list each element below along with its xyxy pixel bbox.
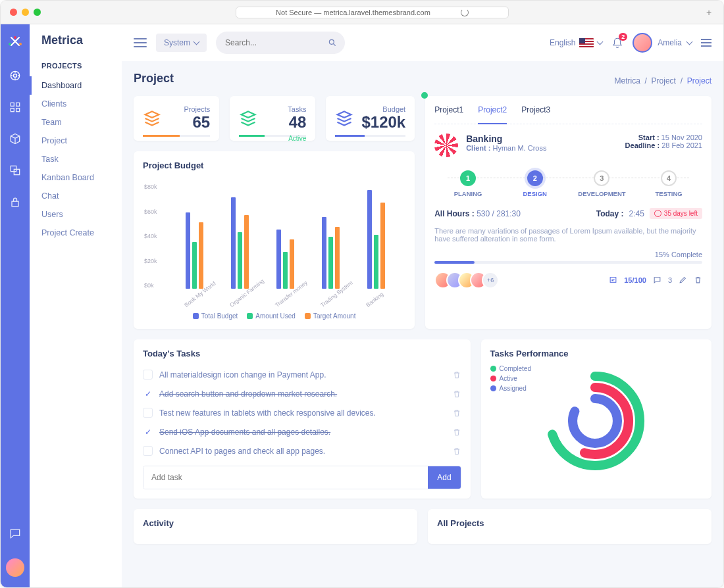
task-row[interactable]: Connect API to pages and check all app p…: [143, 441, 461, 460]
flag-icon: [579, 38, 594, 47]
svg-point-0: [14, 36, 16, 39]
sidebar-item-task[interactable]: Task: [30, 150, 122, 168]
card-title: Project Budget: [143, 160, 405, 170]
sidebar-item-team[interactable]: Team: [30, 113, 122, 132]
tab-project3[interactable]: Project3: [521, 105, 550, 118]
layers-icon: [335, 109, 353, 128]
add-task-input[interactable]: [143, 466, 428, 489]
svg-point-4: [14, 74, 17, 78]
project-detail-card: Project1Project2Project3 Banking Client …: [425, 96, 711, 329]
search-icon[interactable]: [324, 34, 341, 51]
svg-rect-6: [16, 103, 20, 106]
project-tabs: Project1Project2Project3: [434, 105, 702, 124]
step-planing: 1PLANING: [434, 170, 502, 197]
task-row[interactable]: ✓Send iOS App documents and all pages de…: [143, 422, 461, 441]
url-bar[interactable]: Not Secure — metrica.laravel.themesbrand…: [236, 7, 509, 18]
sidebar: Metrica PROJECTS DashboardClientsTeamPro…: [30, 24, 122, 587]
budget-chart: $0k$20k$40k$60k$80kBook My WorldOrganic …: [143, 177, 405, 308]
notifications-button[interactable]: 2: [611, 37, 623, 49]
hamburger-icon[interactable]: [134, 38, 147, 47]
breadcrumb: Metrica / Project / Project: [615, 76, 711, 86]
trash-icon[interactable]: [452, 447, 461, 456]
budget-card: Project Budget $0k$20k$40k$60k$80kBook M…: [134, 151, 415, 329]
svg-rect-10: [14, 169, 19, 174]
tasks-performance-card: Tasks Performance CompletedActiveAssigne…: [481, 339, 711, 499]
topbar: System English 2 Amelia: [122, 24, 723, 61]
layers-icon: [143, 109, 161, 128]
project-name: Banking: [466, 134, 546, 144]
activity-card: Activity: [134, 509, 417, 544]
svg-rect-7: [11, 109, 14, 112]
stat-card-projects: Projects65: [134, 96, 219, 141]
sidebar-item-kanban-board[interactable]: Kanban Board: [30, 168, 122, 187]
notification-badge: 2: [619, 33, 627, 41]
task-row[interactable]: All materialdesign icon change in Paymen…: [143, 365, 461, 384]
tab-project2[interactable]: Project2: [478, 105, 507, 124]
search-input[interactable]: [225, 38, 324, 47]
task-row[interactable]: ✓Add search button and dropdown market r…: [143, 384, 461, 403]
svg-point-12: [329, 39, 334, 44]
sidebar-item-clients[interactable]: Clients: [30, 95, 122, 113]
task-row[interactable]: Test new features in tablets with check …: [143, 403, 461, 422]
status-indicator: [421, 92, 428, 99]
project-description: There are many variations of passages of…: [434, 227, 702, 243]
rail-chat-icon[interactable]: [9, 527, 22, 540]
trash-icon[interactable]: [694, 276, 702, 285]
tab-project1[interactable]: Project1: [434, 105, 463, 118]
checkbox-icon[interactable]: ✓: [143, 427, 153, 437]
stat-card-budget: Budget$120k: [326, 96, 415, 141]
avatar: [633, 33, 652, 53]
svg-rect-5: [11, 103, 14, 106]
rail-copy-icon[interactable]: [9, 164, 22, 177]
progress-bar: [434, 261, 702, 264]
rail-avatar[interactable]: [6, 558, 24, 577]
refresh-icon[interactable]: [461, 9, 469, 16]
edit-icon[interactable]: [679, 276, 687, 285]
step-design: 2DESIGN: [502, 170, 569, 197]
new-tab-button[interactable]: +: [704, 7, 714, 18]
sidebar-item-users[interactable]: Users: [30, 205, 122, 224]
trash-icon[interactable]: [452, 428, 461, 437]
rail-lock-icon[interactable]: [9, 195, 22, 208]
sidebar-item-dashboard[interactable]: Dashboard: [30, 76, 122, 95]
svg-point-2: [19, 43, 22, 45]
radial-chart: [539, 365, 651, 477]
browser-chrome: Not Secure — metrica.laravel.themesbrand…: [1, 1, 723, 24]
tasks-stat-icon: [609, 276, 617, 285]
sidebar-item-project[interactable]: Project: [30, 132, 122, 150]
trash-icon[interactable]: [452, 408, 461, 418]
add-task-button[interactable]: Add: [428, 466, 460, 489]
search-box[interactable]: [216, 32, 345, 54]
checkbox-icon[interactable]: ✓: [143, 389, 153, 399]
system-dropdown[interactable]: System: [156, 34, 207, 52]
rail-box-icon[interactable]: [9, 132, 22, 145]
rail-apps-icon[interactable]: [9, 101, 22, 114]
settings-toggle-icon[interactable]: [701, 39, 711, 47]
brand-title: Metrica: [30, 34, 122, 59]
checkbox-icon[interactable]: [143, 446, 153, 456]
project-logo-icon: [434, 134, 458, 157]
language-select[interactable]: English: [550, 38, 602, 47]
todays-tasks-card: Today's Tasks All materialdesign icon ch…: [134, 339, 471, 499]
checkbox-icon[interactable]: [143, 370, 153, 380]
svg-rect-13: [610, 277, 616, 282]
trash-icon[interactable]: [452, 389, 461, 399]
rail-dashboard-icon[interactable]: [9, 69, 22, 82]
chevron-down-icon: [194, 39, 200, 45]
sidebar-item-chat[interactable]: Chat: [30, 187, 122, 205]
svg-point-1: [9, 43, 11, 45]
user-menu[interactable]: Amelia: [633, 33, 692, 53]
checkbox-icon[interactable]: [143, 408, 153, 418]
traffic-lights[interactable]: [10, 9, 41, 16]
trash-icon[interactable]: [452, 370, 461, 380]
step-development: 3DEVELOPMENT: [569, 170, 636, 197]
step-testing: 4TESTING: [635, 170, 702, 197]
svg-rect-8: [16, 109, 20, 112]
app-logo-icon[interactable]: [7, 35, 23, 51]
team-avatars[interactable]: +6: [434, 272, 499, 289]
days-left-badge: 35 days left: [650, 208, 702, 219]
chevron-down-icon: [686, 39, 693, 45]
sidebar-item-project-create[interactable]: Project Create: [30, 224, 122, 242]
stat-card-tasks: Tasks48 Active: [230, 96, 315, 141]
svg-rect-9: [11, 166, 16, 171]
